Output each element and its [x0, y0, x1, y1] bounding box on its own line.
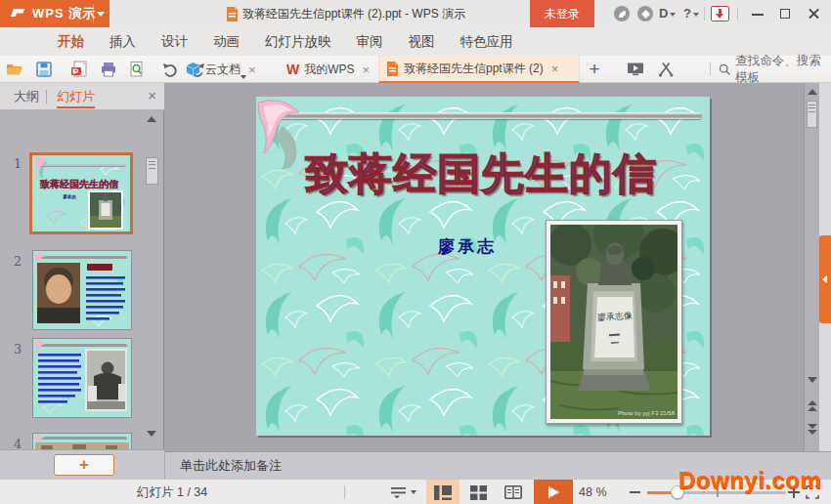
chevron-down-icon: [670, 13, 676, 17]
slide-4-preview: [33, 434, 131, 449]
app-name-label: WPS 演示: [32, 5, 96, 22]
slide-counter: 幻灯片 1 / 34: [137, 480, 207, 504]
slide-author[interactable]: 廖承志: [438, 235, 497, 258]
open-file-icon[interactable]: [6, 61, 23, 78]
slide-canvas[interactable]: 致蒋经国先生的信 廖承志: [256, 97, 710, 436]
next-slide-button[interactable]: [808, 424, 817, 435]
slide-3-preview: [33, 339, 131, 417]
tools-icon[interactable]: [657, 61, 675, 78]
close-panel-icon[interactable]: ×: [148, 83, 156, 110]
divider: [93, 4, 94, 23]
wps-app-menu-button[interactable]: WPS 演示: [0, 0, 109, 27]
statue-inscription: 廖承志像: [597, 311, 633, 322]
thumbnail-list: 1 致蒋经国先生的信 廖承志: [0, 110, 164, 449]
fit-slide-button[interactable]: [806, 485, 819, 499]
maximize-button[interactable]: [772, 0, 798, 27]
tab-cloud-docs[interactable]: 云文档 ×: [180, 56, 282, 83]
zoom-slider[interactable]: [647, 491, 786, 494]
previous-slide-button[interactable]: [808, 400, 817, 411]
window-title: 致蒋经国先生信ppt课件 (2).ppt - WPS 演示: [242, 0, 465, 27]
skin-icon[interactable]: [614, 6, 630, 21]
collapse-panel-tab[interactable]: [819, 235, 831, 323]
download-manager-icon[interactable]: [711, 6, 729, 21]
menu-insert[interactable]: 插入: [97, 27, 149, 56]
tab-current-document[interactable]: 致蒋经国先生信ppt课件 (2) ×: [378, 56, 580, 83]
panel-footer: +: [0, 449, 164, 479]
menu-special-features[interactable]: 特色应用: [448, 27, 526, 56]
menu-slideshow[interactable]: 幻灯片放映: [252, 27, 344, 56]
zoom-slider-handle[interactable]: [671, 485, 684, 499]
help-icon[interactable]: ?: [683, 0, 699, 27]
decorative-rod[interactable]: [264, 112, 702, 119]
export-pdf-icon[interactable]: [70, 61, 88, 78]
normal-view-icon: [434, 485, 452, 500]
ribbon-menu-bar: 开始 插入 设计 动画 幻灯片放映 审阅 视图 特色应用: [0, 27, 831, 56]
new-slide-button[interactable]: +: [54, 454, 114, 476]
slide-thumbnail-2[interactable]: [32, 250, 132, 330]
vip-icon[interactable]: [637, 6, 653, 21]
scroll-up-button[interactable]: [808, 89, 817, 95]
vertical-scrollbar[interactable]: [804, 83, 819, 479]
search-input[interactable]: 查找命令、搜索模板: [719, 56, 831, 83]
close-tab-icon[interactable]: ×: [551, 62, 559, 76]
slide-thumbnail-3[interactable]: [32, 338, 132, 418]
print-preview-icon[interactable]: [128, 61, 146, 78]
menu-view[interactable]: 视图: [396, 27, 448, 56]
new-tab-button[interactable]: +: [583, 58, 606, 81]
divider: [710, 63, 711, 76]
slide-thumbnail-1[interactable]: 致蒋经国先生的信 廖承志: [29, 152, 133, 234]
zoom-in-button[interactable]: [788, 486, 800, 498]
wps-logo-icon: [9, 5, 26, 22]
tab-outline[interactable]: 大纲: [14, 83, 39, 110]
tab-slides[interactable]: 幻灯片: [57, 83, 95, 108]
wps-w-icon: W: [286, 62, 299, 77]
statue-photo[interactable]: 廖承志像 Photo by yyj F3 21/58: [546, 220, 682, 424]
scrollbar-thumb[interactable]: [146, 157, 158, 185]
svg-text:致蒋经国先生的信: 致蒋经国先生的信: [39, 179, 119, 189]
divider: [704, 7, 705, 21]
chevron-down-icon: [97, 12, 105, 17]
notes-toggle-icon: [391, 486, 416, 498]
quick-access-toolbar: 云文档 × W 我的WPS × 致蒋经国先生信ppt课件 (2) × +: [0, 56, 831, 83]
menu-animation[interactable]: 动画: [200, 27, 252, 56]
normal-view-button[interactable]: [426, 480, 459, 504]
divider: [46, 90, 47, 104]
fit-screen-icon: [806, 485, 819, 499]
docer-icon[interactable]: D: [659, 0, 676, 27]
slide-number: 4: [14, 437, 27, 449]
play-from-current-icon[interactable]: [627, 61, 644, 78]
login-button[interactable]: 未登录: [530, 0, 594, 27]
ppt-file-icon: [386, 62, 399, 76]
reading-view-button[interactable]: [497, 480, 530, 504]
scroll-up-button[interactable]: [147, 116, 158, 128]
slide-sorter-button[interactable]: [461, 480, 495, 504]
menu-home[interactable]: 开始: [45, 27, 97, 56]
tab-my-wps[interactable]: W 我的WPS ×: [286, 56, 376, 83]
notes-toggle-button[interactable]: [383, 480, 424, 504]
svg-text:廖承志: 廖承志: [62, 193, 76, 200]
close-button[interactable]: [801, 0, 826, 27]
undo-icon[interactable]: [161, 61, 179, 78]
slide-title[interactable]: 致蒋经国先生的信: [285, 149, 677, 199]
slide-thumbnail-4[interactable]: [32, 433, 132, 449]
scroll-down-button[interactable]: [147, 431, 158, 442]
zoom-out-button[interactable]: [630, 491, 640, 493]
chevron-left-icon: [822, 275, 827, 283]
panel-tabs: 大纲 幻灯片 ×: [0, 83, 164, 110]
photo-watermark: Photo by yyj F3 21/58: [618, 410, 676, 416]
minimize-button[interactable]: [745, 0, 770, 27]
print-icon[interactable]: [100, 61, 117, 78]
scrollbar-thumb[interactable]: [807, 101, 817, 128]
close-tab-icon[interactable]: ×: [248, 63, 256, 77]
save-icon[interactable]: [35, 61, 53, 78]
slide-panel: 大纲 幻灯片 × 1 致蒋经国先生的信 廖承: [0, 83, 164, 479]
chevron-down-icon: [693, 13, 699, 17]
close-tab-icon[interactable]: ×: [363, 63, 371, 77]
divider: [737, 7, 738, 21]
slideshow-play-button[interactable]: [534, 480, 573, 504]
menu-review[interactable]: 审阅: [344, 27, 396, 56]
ppt-file-icon: [226, 7, 239, 21]
scroll-down-button[interactable]: [808, 377, 817, 383]
notes-input[interactable]: 单击此处添加备注: [165, 451, 831, 479]
menu-design[interactable]: 设计: [149, 27, 200, 56]
